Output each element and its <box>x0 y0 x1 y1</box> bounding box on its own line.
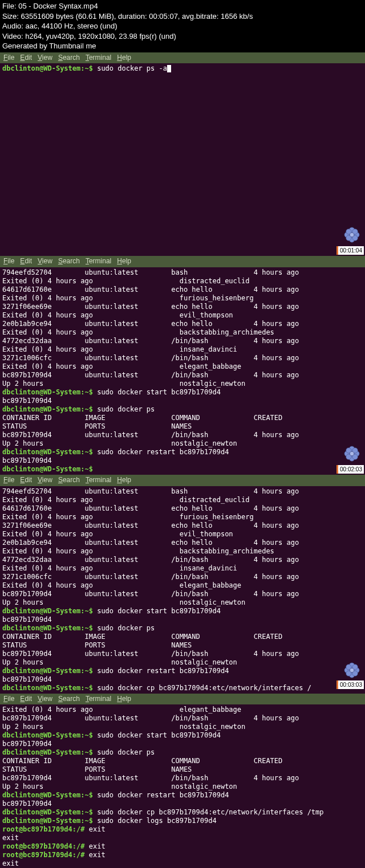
output-line: bc897b1709d4 <box>2 397 52 405</box>
menu-help[interactable]: Help <box>117 476 131 485</box>
video-line: Video: h264, yuv420p, 1920x1080, 23.98 f… <box>2 31 363 42</box>
command-text: sudo docker start bc897b1709d4 <box>97 388 221 396</box>
terminal-body[interactable]: dbclinton@WD-System:~$ sudo docker ps -a <box>0 63 365 256</box>
command-text: sudo docker cp bc897b1709d4:etc/network/… <box>97 808 323 816</box>
menu-file[interactable]: File <box>3 54 14 63</box>
output-line: bc897b1709d4 <box>2 457 52 464</box>
command-text: sudo docker restart bc897b1709d4 <box>97 791 229 799</box>
shell-prompt: dbclinton@WD-System:~$ <box>2 791 97 799</box>
shell-prompt: dbclinton@WD-System:~$ <box>2 405 97 413</box>
menu-help[interactable]: Help <box>117 257 131 266</box>
thumbnail-frame-3: File Edit View Search Terminal Help 794e… <box>0 475 365 694</box>
svg-point-8 <box>350 233 354 238</box>
root-prompt: root@bc897b1709d4:/# <box>2 851 89 859</box>
command-text: exit <box>89 851 106 859</box>
command-text: sudo docker ps <box>97 405 155 413</box>
output-line: bc897b1709d4 ubuntu:latest /bin/bash 4 h… <box>2 714 299 722</box>
menu-terminal[interactable]: Terminal <box>86 257 111 266</box>
menu-edit[interactable]: Edit <box>20 54 32 63</box>
timestamp-badge: 00:02:03 <box>336 465 364 474</box>
terminal-body[interactable]: 794eefd52704 ubuntu:latest bash 4 hours … <box>0 486 365 694</box>
menu-view[interactable]: View <box>38 257 52 266</box>
menu-edit[interactable]: Edit <box>20 476 32 485</box>
timestamp-badge: 00:03:03 <box>336 680 364 689</box>
menu-terminal[interactable]: Terminal <box>86 476 111 485</box>
docker-ps-output: 794eefd52704 ubuntu:latest bash 4 hours … <box>2 487 299 606</box>
menu-terminal[interactable]: Terminal <box>86 695 111 704</box>
shell-prompt: dbclinton@WD-System:~$ <box>2 624 97 632</box>
shell-prompt: dbclinton@WD-System:~$ <box>2 465 97 473</box>
video-metadata-header: File: 05 - Docker Syntax.mp4 Size: 63551… <box>0 0 365 52</box>
command-text: sudo docker restart bc897b1709d4 <box>97 667 229 675</box>
menu-view[interactable]: View <box>38 54 52 63</box>
flower-icon <box>343 445 360 462</box>
svg-point-17 <box>350 451 354 456</box>
shell-prompt: dbclinton@WD-System:~$ <box>2 607 97 615</box>
timestamp-badge: 00:01:04 <box>336 246 364 255</box>
generated-line: Generated by Thumbnail me <box>2 41 363 51</box>
command-text: sudo docker start bc897b1709d4 <box>97 731 221 739</box>
command-text: exit <box>89 842 106 850</box>
command-text: exit <box>89 825 106 833</box>
output-block: CONTAINER ID IMAGE COMMAND CREATED STATU… <box>2 633 299 666</box>
terminal-menubar: File Edit View Search Terminal Help <box>0 256 365 267</box>
menu-edit[interactable]: Edit <box>20 695 32 704</box>
menu-view[interactable]: View <box>38 695 52 704</box>
shell-prompt: dbclinton@WD-System:~$ <box>2 731 97 739</box>
output-block: CONTAINER ID IMAGE COMMAND CREATED STATU… <box>2 414 299 447</box>
menu-search[interactable]: Search <box>58 476 80 485</box>
menu-file[interactable]: File <box>3 695 14 704</box>
output-line: bc897b1709d4 <box>2 675 52 683</box>
root-prompt: root@bc897b1709d4:/# <box>2 825 89 833</box>
output-line: bc897b1709d4 <box>2 616 52 624</box>
flower-icon <box>343 226 360 243</box>
menu-search[interactable]: Search <box>58 54 80 63</box>
shell-prompt: dbclinton@WD-System:~$ <box>2 748 97 756</box>
root-prompt: root@bc897b1709d4:/# <box>2 842 89 850</box>
command-text: sudo docker cp bc897b1709d4:etc/network/… <box>97 684 311 692</box>
thumbnail-frame-1: File Edit View Search Terminal Help dbcl… <box>0 52 365 256</box>
size-line: Size: 63551609 bytes (60.61 MiB), durati… <box>2 11 363 22</box>
menu-help[interactable]: Help <box>117 54 131 63</box>
terminal-menubar: File Edit View Search Terminal Help <box>0 52 365 64</box>
svg-point-26 <box>350 668 354 673</box>
terminal-menubar: File Edit View Search Terminal Help <box>0 694 365 705</box>
menu-help[interactable]: Help <box>117 695 131 704</box>
menu-file[interactable]: File <box>3 476 14 485</box>
menu-file[interactable]: File <box>3 257 14 266</box>
menu-search[interactable]: Search <box>58 695 80 704</box>
shell-prompt: dbclinton@WD-System:~$ <box>2 64 97 72</box>
shell-prompt: dbclinton@WD-System:~$ <box>2 388 97 396</box>
flower-icon <box>343 662 360 679</box>
output-line: Up 2 hours nostalgic_newton <box>2 723 245 731</box>
output-block: CONTAINER ID IMAGE COMMAND CREATED STATU… <box>2 757 299 790</box>
file-line: File: 05 - Docker Syntax.mp4 <box>2 1 363 11</box>
output-line: exit <box>2 859 19 867</box>
shell-prompt: dbclinton@WD-System:~$ <box>2 817 97 825</box>
menu-terminal[interactable]: Terminal <box>86 54 111 63</box>
shell-prompt: dbclinton@WD-System:~$ <box>2 667 97 675</box>
command-text: sudo docker ps <box>97 624 155 632</box>
menu-view[interactable]: View <box>38 476 52 485</box>
command-text: sudo docker ps -a <box>97 64 167 72</box>
output-line: Exited (0) 4 hours ago elegant_babbage <box>2 706 241 714</box>
terminal-body[interactable]: Exited (0) 4 hours ago elegant_babbage b… <box>0 704 365 868</box>
audio-line: Audio: aac, 44100 Hz, stereo (und) <box>2 21 363 31</box>
command-text: sudo docker logs bc897b1709d4 <box>97 817 217 825</box>
output-line: bc897b1709d4 <box>2 740 52 748</box>
shell-prompt: dbclinton@WD-System:~$ <box>2 808 97 816</box>
command-text: sudo docker ps <box>97 748 155 756</box>
command-text: sudo docker restart bc897b1709d4 <box>97 448 229 456</box>
thumbnail-frame-4: File Edit View Search Terminal Help Exit… <box>0 694 365 868</box>
menu-search[interactable]: Search <box>58 257 80 266</box>
docker-ps-output: 794eefd52704 ubuntu:latest bash 4 hours … <box>2 268 299 388</box>
cursor <box>167 65 171 72</box>
thumbnail-frame-2: File Edit View Search Terminal Help 794e… <box>0 256 365 475</box>
menu-edit[interactable]: Edit <box>20 257 32 266</box>
output-line: exit <box>2 834 19 842</box>
shell-prompt: dbclinton@WD-System:~$ <box>2 684 97 692</box>
command-text: sudo docker start bc897b1709d4 <box>97 607 221 615</box>
terminal-menubar: File Edit View Search Terminal Help <box>0 475 365 486</box>
terminal-body[interactable]: 794eefd52704 ubuntu:latest bash 4 hours … <box>0 267 365 475</box>
output-line: bc897b1709d4 <box>2 800 52 808</box>
